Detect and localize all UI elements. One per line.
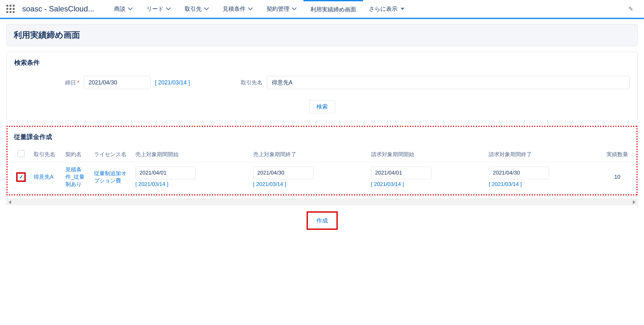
col-account: 取引先名 [30, 147, 62, 162]
table-row: 得意先A 見積条件_従量制あり 従量制追加オプション費 [12, 162, 632, 194]
sales-start-hint[interactable]: [ 2021/03/14 ] [135, 181, 168, 188]
bill-end-hint[interactable]: [ 2021/03/14 ] [489, 181, 522, 188]
nav-tab-label: 取引先 [185, 5, 202, 13]
sales-end-hint[interactable]: [ 2021/03/14 ] [253, 181, 286, 188]
sales-end-input[interactable] [253, 167, 314, 179]
billing-section: 従量課金作成 取引先名 契約名 ライセンス名 売上対象期間開始 売上対象期間終了 [12, 133, 632, 194]
row-license-cell: 従量制追加オプション費 [90, 162, 132, 194]
close-date-label: 締日* [65, 79, 79, 86]
create-button[interactable]: 作成 [309, 214, 335, 227]
row-contract-cell: 見積条件_従量制あり [62, 162, 90, 194]
search-form-row: 締日* [ 2021/03/14 ] 取引先名 [14, 76, 630, 89]
nav-tab-label: リード [146, 5, 164, 13]
nav-tab-lead[interactable]: リード [139, 0, 178, 18]
page-title: 利用実績締め画面 [14, 30, 630, 41]
nav-more[interactable]: さらに表示 [363, 0, 410, 18]
row-contract-link[interactable]: 見積条件_従量制あり [65, 167, 85, 187]
nav-tab-label: 契約管理 [267, 5, 289, 13]
row-bill-end-cell: [ 2021/03/14 ] [485, 162, 603, 194]
app-launcher-icon[interactable] [6, 5, 15, 13]
select-all-checkbox[interactable] [17, 150, 24, 157]
close-date-input[interactable] [84, 76, 151, 89]
chevron-down-icon[interactable] [166, 7, 171, 11]
row-account-link[interactable]: 得意先A [34, 174, 53, 180]
row-sales-end-cell: [ 2021/03/14 ] [249, 162, 367, 194]
nav-tab-account[interactable]: 取引先 [178, 0, 216, 18]
chevron-down-icon[interactable] [292, 7, 296, 11]
nav-tab-usage-close[interactable]: 利用実績締め画面 [303, 0, 363, 18]
billing-table-wrap: 取引先名 契約名 ライセンス名 売上対象期間開始 売上対象期間終了 請求対象期間… [12, 147, 632, 194]
col-contract: 契約名 [62, 147, 90, 162]
create-button-highlight: 作成 [307, 211, 338, 230]
chevron-down-icon[interactable] [128, 7, 132, 11]
row-license-link[interactable]: 従量制追加オプション費 [94, 170, 126, 184]
account-label: 取引先名 [241, 79, 262, 86]
close-date-hint-link[interactable]: [ 2021/03/14 ] [155, 79, 190, 86]
nav-tabs: 商談 リード 取引先 見積条件 契約管理 利用実績締め画面 さらに表示 [107, 0, 624, 18]
row-checkbox-highlight [16, 172, 26, 182]
global-nav: soasc - SalesCloud... 商談 リード 取引先 見積条件 契約… [0, 0, 644, 19]
chevron-down-icon[interactable] [248, 7, 253, 11]
nav-tab-label: 利用実績締め画面 [310, 6, 356, 13]
triangle-down-icon [401, 7, 404, 10]
col-sales-start: 売上対象期間開始 [132, 147, 249, 162]
account-input[interactable] [267, 76, 630, 89]
row-select-cell [12, 162, 30, 194]
row-account-cell: 得意先A [30, 162, 62, 194]
bill-end-input[interactable] [489, 167, 549, 179]
sales-start-input[interactable] [135, 167, 196, 179]
search-button[interactable]: 検索 [309, 100, 335, 113]
nav-tab-label: 商談 [114, 5, 125, 13]
bill-start-input[interactable] [371, 167, 431, 179]
row-qty-cell: 10 [603, 162, 632, 194]
col-bill-start: 請求対象期間開始 [367, 147, 485, 162]
col-sales-end: 売上対象期間終了 [249, 147, 367, 162]
close-date-field: 締日* [ 2021/03/14 ] [65, 76, 190, 89]
nav-tab-quote[interactable]: 見積条件 [216, 0, 260, 18]
chevron-down-icon[interactable] [204, 7, 209, 11]
row-bill-start-cell: [ 2021/03/14 ] [367, 162, 485, 194]
horizontal-scrollbar[interactable] [6, 199, 638, 205]
nav-more-label: さらに表示 [369, 5, 397, 13]
account-field: 取引先名 [241, 76, 630, 89]
row-sales-start-cell: [ 2021/03/14 ] [132, 162, 249, 194]
billing-highlight: 従量課金作成 取引先名 契約名 ライセンス名 売上対象期間開始 売上対象期間終了 [6, 126, 638, 196]
nav-tab-label: 見積条件 [223, 5, 246, 13]
billing-table: 取引先名 契約名 ライセンス名 売上対象期間開始 売上対象期間終了 請求対象期間… [12, 147, 632, 194]
search-card: 検索条件 締日* [ 2021/03/14 ] 取引先名 検索 [6, 52, 638, 121]
row-checkbox[interactable] [17, 174, 24, 181]
page-body: 利用実績締め画面 検索条件 締日* [ 2021/03/14 ] 取引先名 検索… [0, 19, 644, 235]
create-row: 作成 [6, 211, 638, 230]
col-select-all [12, 147, 30, 162]
billing-section-title: 従量課金作成 [14, 133, 632, 141]
page-header: 利用実績締め画面 [6, 24, 638, 46]
edit-nav-icon[interactable]: ✎ [624, 5, 638, 12]
nav-tab-opportunity[interactable]: 商談 [107, 0, 139, 18]
bill-start-hint[interactable]: [ 2021/03/14 ] [371, 181, 404, 188]
billing-header-row: 取引先名 契約名 ライセンス名 売上対象期間開始 売上対象期間終了 請求対象期間… [12, 147, 632, 162]
search-section-title: 検索条件 [14, 58, 630, 67]
app-title: soasc - SalesCloud... [22, 4, 94, 13]
col-bill-end: 請求対象期間終了 [485, 147, 603, 162]
nav-tab-contract[interactable]: 契約管理 [260, 0, 303, 18]
col-qty: 実績数量 [603, 147, 632, 162]
col-license: ライセンス名 [90, 147, 132, 162]
